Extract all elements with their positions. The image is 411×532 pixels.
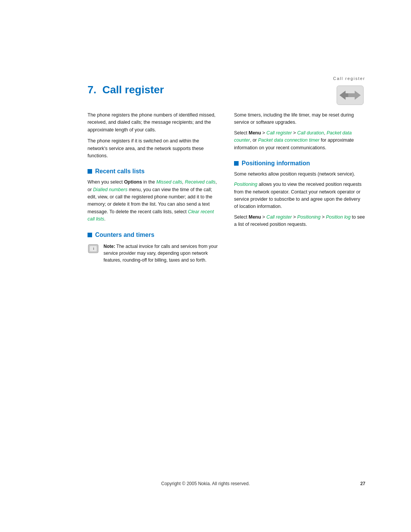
chapter-icon: [335, 84, 365, 108]
counters-timers-heading: Counters and timers: [88, 232, 219, 238]
chapter-title-block: 7. Call register: [88, 84, 335, 104]
note-box: i Note: The actual invoice for calls and…: [88, 243, 219, 264]
right-intro-1: Some timers, including the life timer, m…: [234, 112, 365, 126]
heading-square-icon-2: [88, 233, 92, 237]
heading-square-icon: [88, 169, 92, 174]
positioning-body-1: Some networks allow position requests (n…: [234, 171, 365, 178]
page-footer: Copyright © 2005 Nokia. All rights reser…: [0, 481, 411, 486]
positioning-heading: Positioning information: [234, 160, 365, 167]
intro-para-1: The phone registers the phone numbers of…: [88, 112, 219, 134]
running-header: Call register: [333, 76, 365, 81]
counters-timers-title: Counters and timers: [95, 232, 155, 238]
recent-calls-title: Recent calls lists: [95, 168, 145, 175]
footer-copyright: Copyright © 2005 Nokia. All rights reser…: [161, 481, 250, 486]
note-text: Note: The actual invoice for calls and s…: [104, 243, 219, 264]
left-column: The phone registers the phone numbers of…: [88, 112, 219, 268]
page-wrapper: Call register 7. Call register The phone…: [0, 0, 411, 532]
chapter-title: 7. Call register: [88, 84, 335, 96]
note-icon: i: [88, 244, 100, 254]
menu-path-para: Select Menu > Call register > Call durat…: [234, 129, 365, 152]
positioning-title: Positioning information: [242, 160, 310, 167]
recent-calls-body: When you select Options in the Missed ca…: [88, 179, 219, 223]
page-number: 27: [360, 481, 365, 486]
content-area: The phone registers the phone numbers of…: [0, 112, 411, 268]
chapter-header: 7. Call register: [0, 84, 411, 108]
positioning-menu-path: Select Menu > Call register > Positionin…: [234, 214, 365, 228]
positioning-body-2: Positioning allows you to view the recei…: [234, 181, 365, 211]
heading-square-icon-3: [234, 161, 239, 166]
svg-text:i: i: [93, 247, 94, 251]
right-column: Some timers, including the life timer, m…: [234, 112, 365, 268]
intro-para-2: The phone registers if it is switched on…: [88, 137, 219, 160]
recent-calls-heading: Recent calls lists: [88, 168, 219, 175]
